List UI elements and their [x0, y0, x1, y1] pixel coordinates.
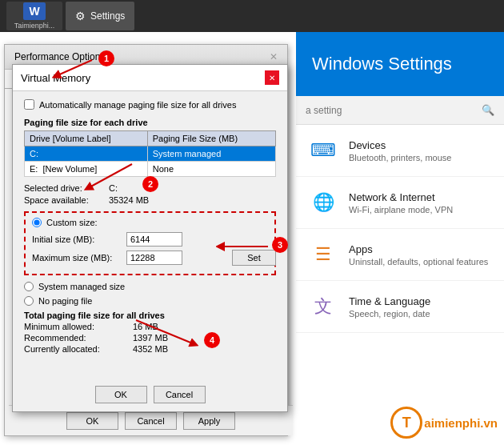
recommended-value: 1397 MB: [133, 333, 168, 343]
vm-ok-button[interactable]: OK: [95, 386, 147, 403]
initial-size-input[interactable]: [126, 232, 182, 247]
drive-e: E: [New Volume]: [25, 162, 148, 177]
min-label: Minimum allowed:: [24, 322, 128, 331]
table-row[interactable]: E: [New Volume] None: [25, 162, 276, 177]
watermark-t: T: [402, 415, 411, 431]
taskbar: W Taimienphi... ⚙ Settings: [0, 0, 504, 32]
currently-row: Currently allocated: 4352 MB: [24, 344, 276, 354]
custom-size-label: Custom size:: [46, 218, 98, 227]
annotation-4: 4: [204, 332, 220, 348]
settings-tab-label: Settings: [90, 10, 125, 22]
search-icon: 🔍: [482, 104, 494, 116]
vm-content: Automatically manage paging file size fo…: [13, 91, 287, 363]
search-input[interactable]: [306, 105, 478, 116]
settings-taskbar-tab[interactable]: ⚙ Settings: [66, 2, 134, 30]
settings-search-bar[interactable]: 🔍: [296, 96, 504, 125]
watermark-text: aimienphi.vn: [424, 416, 498, 430]
time-text: Time & Language Speech, region, date: [349, 295, 430, 319]
vm-titlebar: Virtual Memory ✕: [13, 65, 287, 91]
apps-text: Apps Uninstall, defaults, optional featu…: [349, 243, 488, 267]
selected-drive-label: Selected drive:: [24, 183, 104, 193]
no-paging-label: No paging file: [38, 296, 92, 306]
total-section-label: Total paging file size for all drives: [24, 311, 276, 320]
vm-title: Virtual Memory: [21, 72, 90, 84]
currently-value: 4352 MB: [133, 344, 168, 354]
annotation-3: 3: [272, 237, 288, 253]
vm-cancel-button[interactable]: Cancel: [154, 386, 206, 403]
perf-close-placeholder: ✕: [270, 51, 278, 62]
virtual-memory-dialog: Virtual Memory ✕ Automatically manage pa…: [12, 64, 288, 412]
network-name: Network & Internet: [349, 191, 453, 203]
custom-size-radio-row: Custom size:: [32, 218, 268, 227]
outer-ok-button[interactable]: OK: [66, 412, 118, 430]
watermark-logo: T: [390, 407, 422, 439]
custom-size-radio[interactable]: [32, 218, 42, 227]
network-text: Network & Internet Wi-Fi, airplane mode,…: [349, 191, 453, 214]
annotation-2: 2: [142, 176, 158, 192]
time-name: Time & Language: [349, 295, 430, 307]
system-managed-radio-row: System managed size: [24, 282, 276, 291]
outer-cancel-button[interactable]: Cancel: [125, 412, 177, 430]
settings-title: Windows Settings: [312, 54, 452, 74]
no-paging-radio-row: No paging file: [24, 296, 276, 306]
paging-section-label: Paging file size for each drive: [24, 118, 276, 127]
word-label: Taimienphi...: [9, 22, 61, 30]
currently-label: Currently allocated:: [24, 344, 128, 354]
devices-desc: Bluetooth, printers, mouse: [349, 153, 451, 162]
perf-dialog-title: Performance Options: [14, 51, 105, 62]
drive-c: C:: [25, 146, 148, 162]
vm-bottom-buttons: OK Cancel: [13, 386, 287, 403]
apps-name: Apps: [349, 243, 488, 255]
max-label: Maximum size (MB):: [32, 253, 120, 263]
time-desc: Speech, region, date: [349, 309, 430, 319]
outer-apply-button[interactable]: Apply: [183, 412, 235, 430]
other-radios: System managed size No paging file: [24, 282, 276, 306]
space-label: Space available:: [24, 195, 104, 205]
drive-c-size: System managed: [147, 146, 275, 162]
system-managed-radio[interactable]: [24, 282, 34, 291]
table-row[interactable]: C: System managed: [25, 146, 276, 162]
devices-icon: ⌨: [309, 136, 338, 165]
space-value: 35324 MB: [109, 195, 149, 205]
settings-header: Windows Settings: [296, 32, 504, 96]
initial-label: Initial size (MB):: [32, 235, 120, 244]
selected-drive-value: C:: [109, 183, 118, 193]
settings-item-time[interactable]: 文 Time & Language Speech, region, date: [296, 281, 504, 333]
network-icon: 🌐: [309, 188, 338, 217]
max-size-input[interactable]: [126, 251, 182, 265]
apps-icon: ☰: [309, 240, 338, 269]
recommended-label: Recommended:: [24, 333, 128, 343]
no-paging-radio[interactable]: [24, 296, 34, 306]
network-desc: Wi-Fi, airplane mode, VPN: [349, 205, 453, 214]
drive-e-size: None: [147, 162, 275, 177]
auto-manage-row: Automatically manage paging file size fo…: [24, 99, 276, 110]
windows-settings-panel: Windows Settings 🔍 ⌨ Devices Bluetooth, …: [296, 32, 504, 445]
set-button[interactable]: Set: [232, 250, 276, 266]
watermark: T aimienphi.vn: [390, 407, 498, 439]
apps-desc: Uninstall, defaults, optional features: [349, 257, 488, 267]
settings-item-network[interactable]: 🌐 Network & Internet Wi-Fi, airplane mod…: [296, 177, 504, 229]
col-size: Paging File Size (MB): [147, 131, 275, 146]
custom-size-section: Custom size: Initial size (MB): Maximum …: [24, 211, 276, 275]
min-row: Minimum allowed: 16 MB: [24, 322, 276, 331]
word-taskbar-item[interactable]: W Taimienphi...: [6, 2, 62, 30]
settings-item-apps[interactable]: ☰ Apps Uninstall, defaults, optional fea…: [296, 229, 504, 281]
recommended-row: Recommended: 1397 MB: [24, 333, 276, 343]
auto-manage-checkbox[interactable]: [24, 99, 34, 110]
settings-item-devices[interactable]: ⌨ Devices Bluetooth, printers, mouse: [296, 125, 504, 177]
auto-manage-label: Automatically manage paging file size fo…: [39, 100, 236, 110]
min-value: 16 MB: [133, 322, 158, 331]
annotation-1: 1: [98, 50, 114, 66]
col-drive: Drive [Volume Label]: [25, 131, 148, 146]
max-size-row: Maximum size (MB): Set: [32, 251, 268, 265]
initial-size-row: Initial size (MB):: [32, 232, 268, 247]
system-managed-label: System managed size: [38, 282, 125, 291]
time-icon: 文: [309, 292, 338, 321]
paging-table: Drive [Volume Label] Paging File Size (M…: [24, 130, 276, 177]
total-rows: Minimum allowed: 16 MB Recommended: 1397…: [24, 322, 276, 354]
vm-close-button[interactable]: ✕: [265, 70, 279, 85]
word-icon: W: [23, 2, 46, 20]
gear-icon: ⚙: [75, 10, 86, 22]
devices-name: Devices: [349, 139, 451, 151]
devices-text: Devices Bluetooth, printers, mouse: [349, 139, 451, 162]
